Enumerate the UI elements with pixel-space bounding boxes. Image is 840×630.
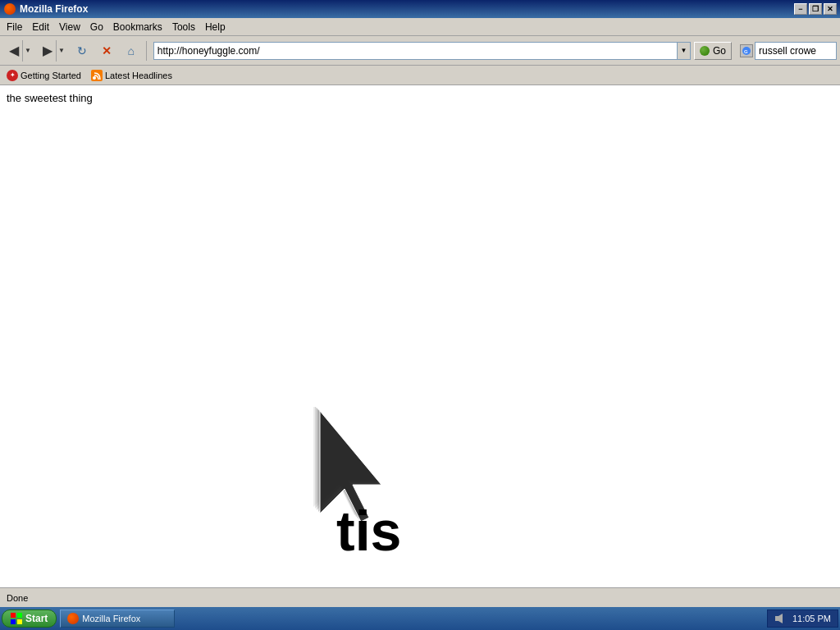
search-engine-icon: G (740, 44, 753, 57)
menu-go[interactable]: Go (85, 20, 108, 34)
taskbar-items: Mozilla Firefox (60, 609, 767, 628)
svg-rect-12 (17, 619, 22, 624)
svg-marker-14 (778, 614, 783, 623)
menu-edit[interactable]: Edit (27, 20, 54, 34)
taskbar-firefox-label: Mozilla Firefox (82, 614, 140, 623)
toolbar-separator (146, 41, 147, 61)
toolbar: ◀ ▼ ▶ ▼ ↻ ✕ ⌂ ▼ Go G (0, 36, 840, 66)
stop-icon: ✕ (102, 44, 112, 57)
page-text: the sweetest thing (7, 92, 93, 104)
start-button[interactable]: Start (2, 609, 57, 628)
tis-logo-graphic: tis (312, 407, 476, 571)
taskbar: Start Mozilla Firefox 11:05 PM (0, 607, 840, 630)
back-button[interactable]: ◀ ▼ (3, 39, 35, 62)
menubar: File Edit View Go Bookmarks Tools Help (0, 18, 840, 36)
titlebar: Mozilla Firefox − ❐ ✕ (0, 0, 840, 18)
bookmark-star-icon: ✦ (7, 70, 18, 81)
close-button[interactable]: ✕ (824, 3, 837, 15)
back-dropdown-icon[interactable]: ▼ (22, 40, 33, 62)
url-input[interactable] (153, 42, 678, 60)
bookmark-rss-icon (91, 70, 103, 81)
refresh-button[interactable]: ↻ (71, 39, 94, 62)
taskbar-clock: 11:05 PM (767, 609, 838, 628)
bookmark-latest-headlines-label: Latest Headlines (105, 71, 172, 80)
taskbar-firefox-icon (67, 613, 79, 624)
menu-file[interactable]: File (2, 20, 27, 34)
urlbar-container: ▼ Go (153, 41, 732, 61)
clock-time: 11:05 PM (792, 614, 831, 623)
forward-arrow-icon: ▶ (39, 43, 56, 58)
svg-point-2 (93, 76, 96, 80)
search-input[interactable] (755, 42, 837, 60)
back-arrow-icon: ◀ (6, 43, 22, 58)
stop-button[interactable]: ✕ (95, 39, 118, 62)
svg-rect-10 (17, 613, 22, 618)
svg-text:G: G (744, 49, 748, 54)
menu-help[interactable]: Help (200, 20, 231, 34)
tis-svg: tis (312, 407, 476, 571)
bookmark-latest-headlines[interactable]: Latest Headlines (88, 68, 176, 83)
titlebar-title: Mozilla Firefox (20, 3, 794, 15)
menu-bookmarks[interactable]: Bookmarks (108, 20, 167, 34)
titlebar-buttons: − ❐ ✕ (794, 3, 837, 15)
searchbar-container: G (740, 42, 837, 60)
go-button[interactable]: Go (694, 42, 732, 60)
refresh-icon: ↻ (77, 44, 87, 57)
firefox-icon (4, 3, 16, 15)
forward-dropdown-icon[interactable]: ▼ (56, 40, 66, 62)
speaker-icon (774, 613, 786, 624)
bookmark-getting-started-label: Getting Started (21, 71, 81, 80)
url-dropdown-button[interactable]: ▼ (678, 42, 691, 60)
menu-tools[interactable]: Tools (167, 20, 200, 34)
status-text: Done (7, 593, 28, 603)
taskbar-firefox-item[interactable]: Mozilla Firefox (60, 609, 175, 628)
firefox-titlebar-icon (3, 2, 16, 16)
go-label: Go (713, 45, 726, 57)
start-label: Start (25, 613, 48, 624)
statusbar: Done (0, 587, 840, 607)
windows-logo-icon (11, 613, 22, 624)
svg-rect-9 (11, 613, 16, 618)
home-button[interactable]: ⌂ (120, 39, 143, 62)
bookmark-getting-started[interactable]: ✦ Getting Started (3, 68, 84, 83)
bookmarks-bar: ✦ Getting Started Latest Headlines (0, 66, 840, 85)
forward-button[interactable]: ▶ ▼ (37, 39, 69, 62)
svg-rect-11 (11, 619, 16, 624)
home-icon: ⌂ (128, 44, 135, 57)
search-google-logo: G (742, 46, 751, 56)
minimize-button[interactable]: − (794, 3, 807, 15)
restore-button[interactable]: ❐ (809, 3, 822, 15)
svg-rect-13 (775, 616, 778, 621)
content-area: the sweetest thing tis (0, 85, 840, 587)
svg-text:tis: tis (336, 500, 401, 562)
menu-view[interactable]: View (54, 20, 85, 34)
